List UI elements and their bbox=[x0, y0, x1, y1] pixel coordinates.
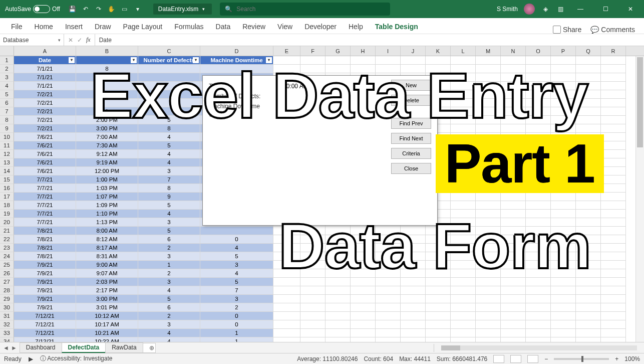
cell[interactable] bbox=[601, 116, 626, 124]
cell[interactable] bbox=[138, 65, 200, 73]
namebox-dropdown-icon[interactable]: ▾ bbox=[58, 38, 61, 43]
search-input[interactable] bbox=[236, 6, 385, 13]
cell[interactable] bbox=[526, 201, 551, 210]
cell[interactable] bbox=[501, 227, 526, 235]
cell[interactable] bbox=[551, 167, 576, 175]
cell[interactable] bbox=[576, 235, 601, 244]
cell[interactable] bbox=[326, 235, 351, 244]
cell[interactable] bbox=[601, 141, 626, 150]
cell[interactable] bbox=[426, 261, 451, 269]
cell[interactable] bbox=[76, 99, 138, 107]
cell[interactable] bbox=[476, 167, 501, 175]
cell[interactable] bbox=[300, 295, 326, 303]
cell[interactable] bbox=[526, 184, 551, 193]
cell[interactable] bbox=[576, 65, 601, 73]
zoom-value[interactable]: 100% bbox=[624, 355, 640, 362]
cell[interactable] bbox=[300, 252, 326, 261]
row-header[interactable]: 17 bbox=[0, 193, 14, 201]
cell[interactable] bbox=[476, 269, 501, 278]
cell[interactable] bbox=[576, 90, 601, 99]
cell[interactable] bbox=[501, 124, 526, 133]
cell[interactable] bbox=[476, 107, 501, 116]
cell[interactable] bbox=[576, 303, 601, 312]
tab-review[interactable]: Review bbox=[236, 20, 271, 34]
row-header[interactable]: 2 bbox=[0, 65, 14, 73]
cell[interactable] bbox=[551, 210, 576, 218]
cell[interactable]: 3 bbox=[138, 278, 200, 286]
cell[interactable] bbox=[551, 201, 576, 210]
cell[interactable] bbox=[426, 286, 451, 295]
sheet-tab-dashboard[interactable]: Dashboard bbox=[20, 342, 62, 353]
cell[interactable]: 10:21 AM bbox=[76, 329, 138, 337]
avatar[interactable] bbox=[524, 4, 535, 15]
cell[interactable] bbox=[351, 56, 376, 65]
cell[interactable] bbox=[326, 278, 351, 286]
table-header-cell[interactable]: Machine Downtime▾ bbox=[200, 56, 273, 65]
cell[interactable] bbox=[401, 56, 426, 65]
form-new-button[interactable]: New bbox=[391, 80, 431, 91]
cell[interactable] bbox=[576, 329, 601, 337]
cell[interactable] bbox=[501, 286, 526, 295]
cell[interactable]: 7/6/21 bbox=[14, 158, 76, 167]
view-pagebreak-icon[interactable] bbox=[527, 355, 538, 363]
cell[interactable] bbox=[300, 329, 326, 337]
cell[interactable] bbox=[476, 150, 501, 158]
cell[interactable] bbox=[601, 82, 626, 90]
cell[interactable]: 7/7/21 bbox=[14, 210, 76, 218]
cell[interactable] bbox=[451, 116, 476, 124]
cell[interactable] bbox=[76, 90, 138, 99]
cell[interactable] bbox=[273, 329, 300, 337]
cell[interactable] bbox=[551, 261, 576, 269]
sheet-nav-next-icon[interactable]: ► bbox=[11, 344, 17, 351]
cell[interactable]: 1 bbox=[200, 329, 273, 337]
tab-table-design[interactable]: Table Design bbox=[369, 20, 424, 34]
cell[interactable] bbox=[501, 303, 526, 312]
cell[interactable] bbox=[601, 124, 626, 133]
cell[interactable]: 3 bbox=[200, 261, 273, 269]
cell[interactable] bbox=[576, 244, 601, 252]
cell[interactable]: 8 bbox=[138, 184, 200, 193]
cell[interactable] bbox=[601, 210, 626, 218]
cell[interactable] bbox=[351, 286, 376, 295]
zoom-in-icon[interactable]: + bbox=[615, 355, 618, 362]
redo-icon[interactable]: ↷ bbox=[94, 5, 103, 14]
cell[interactable] bbox=[401, 269, 426, 278]
cell[interactable] bbox=[138, 82, 200, 90]
cell[interactable]: 2 bbox=[200, 303, 273, 312]
cell[interactable]: 1:07 PM bbox=[76, 193, 138, 201]
cell[interactable]: 1:13 PM bbox=[76, 218, 138, 227]
cell[interactable] bbox=[273, 278, 300, 286]
close-button[interactable]: ✕ bbox=[621, 0, 640, 18]
cell[interactable]: 8:31 AM bbox=[76, 252, 138, 261]
cell[interactable] bbox=[426, 252, 451, 261]
cell[interactable] bbox=[551, 278, 576, 286]
cell[interactable] bbox=[273, 303, 300, 312]
cell[interactable] bbox=[451, 218, 476, 227]
cell[interactable] bbox=[376, 303, 401, 312]
cell[interactable] bbox=[526, 158, 551, 167]
col-header-F[interactable]: F bbox=[300, 46, 326, 56]
cell[interactable] bbox=[501, 107, 526, 116]
cell[interactable]: 1:10 PM bbox=[76, 210, 138, 218]
cell[interactable] bbox=[576, 184, 601, 193]
cell[interactable] bbox=[551, 193, 576, 201]
cell[interactable] bbox=[476, 124, 501, 133]
cell[interactable] bbox=[576, 295, 601, 303]
cell[interactable] bbox=[476, 295, 501, 303]
cell[interactable] bbox=[576, 210, 601, 218]
cell[interactable] bbox=[551, 90, 576, 99]
cell[interactable] bbox=[551, 116, 576, 124]
cell[interactable] bbox=[451, 269, 476, 278]
cell[interactable] bbox=[551, 184, 576, 193]
cell[interactable] bbox=[300, 320, 326, 329]
cell[interactable] bbox=[551, 175, 576, 184]
cell[interactable] bbox=[326, 56, 351, 65]
cell[interactable]: 9:00 AM bbox=[76, 261, 138, 269]
cell[interactable] bbox=[300, 227, 326, 235]
row-header[interactable]: 21 bbox=[0, 227, 14, 235]
cell[interactable] bbox=[451, 90, 476, 99]
cell[interactable] bbox=[451, 107, 476, 116]
sheet-tab-rawdata[interactable]: RawData bbox=[105, 342, 143, 353]
cell[interactable] bbox=[526, 312, 551, 320]
tab-insert[interactable]: Insert bbox=[59, 20, 89, 34]
